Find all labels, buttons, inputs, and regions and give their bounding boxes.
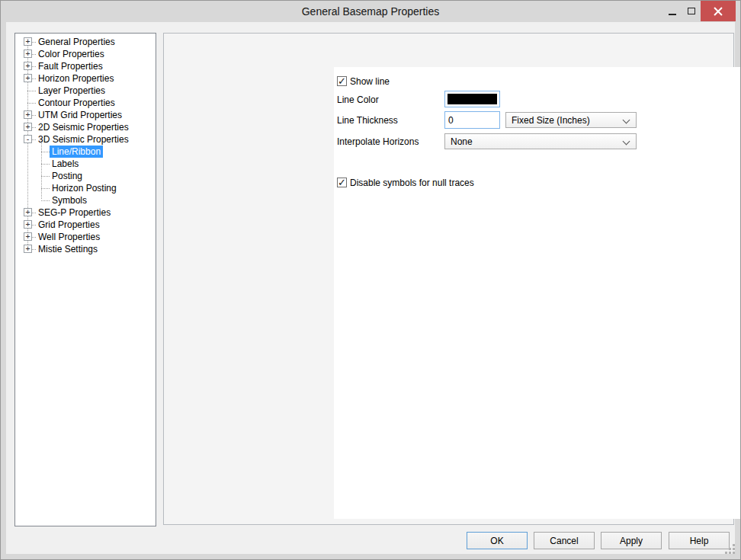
expand-icon[interactable]: + xyxy=(24,208,32,216)
tree-item-contour-properties[interactable]: Contour Properties xyxy=(15,97,156,109)
tree-connector-stub xyxy=(32,115,36,116)
maximize-button[interactable] xyxy=(682,1,701,21)
thickness-unit-dropdown[interactable]: Fixed Size (Inches) xyxy=(505,112,637,128)
tree-connector-stub xyxy=(41,188,50,189)
cancel-button[interactable]: Cancel xyxy=(534,532,595,549)
line-ribbon-settings-panel: Show line Line Color Line Thickness Fixe… xyxy=(334,67,741,519)
tree-connector-stub xyxy=(32,237,36,238)
tree-item-label[interactable]: SEG-P Properties xyxy=(36,206,113,219)
line-thickness-label: Line Thickness xyxy=(337,115,398,126)
settings-pane: Show line Line Color Line Thickness Fixe… xyxy=(163,33,734,525)
expand-icon[interactable]: + xyxy=(24,123,32,131)
tree-connector-stub xyxy=(32,213,36,213)
tree-connector-stub xyxy=(32,78,36,79)
tree-connector-stub xyxy=(41,200,50,201)
dialog-body: +General Properties+Color Properties+Fau… xyxy=(6,22,735,554)
tree-connector-stub xyxy=(32,139,36,140)
tree-item-label[interactable]: Symbols xyxy=(50,194,89,206)
interpolate-horizons-value: None xyxy=(451,136,473,147)
show-line-checkbox[interactable] xyxy=(337,76,347,86)
expand-icon[interactable]: + xyxy=(24,62,32,70)
line-color-swatch-button[interactable] xyxy=(444,91,500,107)
line-thickness-input[interactable] xyxy=(444,111,500,129)
thickness-unit-value: Fixed Size (Inches) xyxy=(512,115,590,126)
minimize-button[interactable] xyxy=(662,1,682,21)
tree-item-label[interactable]: Well Properties xyxy=(36,231,102,243)
resize-grip[interactable] xyxy=(733,544,735,546)
help-button[interactable]: Help xyxy=(669,532,730,549)
tree-item-general-properties[interactable]: +General Properties xyxy=(15,36,156,48)
disable-null-symbols-checkbox[interactable] xyxy=(337,178,347,187)
interpolate-horizons-dropdown[interactable]: None xyxy=(444,133,637,149)
tree-item-label[interactable]: General Properties xyxy=(36,36,117,48)
tree-connector-stub xyxy=(41,152,50,152)
tree-item-color-properties[interactable]: +Color Properties xyxy=(15,48,156,60)
tree-item-fault-properties[interactable]: +Fault Properties xyxy=(15,60,156,72)
tree-connector-stub xyxy=(32,54,36,55)
tree-connector-stub xyxy=(27,91,36,91)
tree-item-2d-seismic-properties[interactable]: +2D Seismic Properties xyxy=(15,121,156,133)
expand-icon[interactable]: + xyxy=(24,220,32,229)
tree-item-label[interactable]: Horizon Posting xyxy=(50,182,119,194)
tree-item-label[interactable]: Line/Ribbon xyxy=(50,146,103,158)
tree-item-3d-seismic-properties[interactable]: -3D Seismic Properties xyxy=(15,133,156,146)
tree-item-label[interactable]: Mistie Settings xyxy=(36,243,100,255)
close-button[interactable] xyxy=(701,1,736,21)
tree-item-posting[interactable]: Posting xyxy=(15,170,156,182)
line-color-label: Line Color xyxy=(337,94,379,105)
close-icon xyxy=(714,7,723,16)
tree-item-well-properties[interactable]: +Well Properties xyxy=(15,231,156,243)
tree-connector-stub xyxy=(32,249,36,250)
tree-item-label[interactable]: Contour Properties xyxy=(36,97,117,109)
show-line-label: Show line xyxy=(350,76,390,87)
tree-item-label[interactable]: 3D Seismic Properties xyxy=(36,133,131,146)
apply-button[interactable]: Apply xyxy=(601,532,662,549)
tree-item-label[interactable]: Posting xyxy=(50,170,85,182)
tree-item-label[interactable]: UTM Grid Properties xyxy=(36,109,124,121)
tree-item-label[interactable]: 2D Seismic Properties xyxy=(36,121,131,133)
expand-icon[interactable]: + xyxy=(24,245,32,253)
titlebar[interactable]: General Basemap Properties xyxy=(1,1,740,22)
interpolate-horizons-label: Interpolate Horizons xyxy=(337,136,419,147)
tree-connector-stub xyxy=(32,225,36,226)
tree-connector-stub xyxy=(27,103,36,104)
collapse-icon[interactable]: - xyxy=(24,135,32,143)
expand-icon[interactable]: + xyxy=(24,37,32,46)
chevron-down-icon xyxy=(623,138,630,146)
expand-icon[interactable]: + xyxy=(24,50,32,58)
properties-tree[interactable]: +General Properties+Color Properties+Fau… xyxy=(14,33,156,526)
tree-item-label[interactable]: Fault Properties xyxy=(36,60,105,72)
expand-icon[interactable]: + xyxy=(24,232,32,241)
tree-item-label[interactable]: Color Properties xyxy=(36,48,107,60)
expand-icon[interactable]: + xyxy=(24,110,32,119)
window-controls xyxy=(662,1,736,21)
tree-connector-stub xyxy=(41,176,50,177)
minimize-icon xyxy=(669,14,676,15)
disable-null-symbols-label: Disable symbols for null traces xyxy=(350,178,474,188)
maximize-icon xyxy=(688,8,695,14)
tree-item-line-ribbon[interactable]: Line/Ribbon xyxy=(15,146,156,158)
tree-item-mistie-settings[interactable]: +Mistie Settings xyxy=(15,243,156,255)
tree-item-label[interactable]: Layer Properties xyxy=(36,85,107,97)
tree-item-horizon-properties[interactable]: +Horizon Properties xyxy=(15,72,156,85)
tree-item-utm-grid-properties[interactable]: +UTM Grid Properties xyxy=(15,109,156,121)
tree-item-labels[interactable]: Labels xyxy=(15,158,156,170)
tree-item-label[interactable]: Grid Properties xyxy=(36,219,102,231)
tree-connector-stub xyxy=(32,42,36,43)
tree-item-label[interactable]: Labels xyxy=(50,158,81,170)
expand-icon[interactable]: + xyxy=(24,74,32,82)
tree-item-grid-properties[interactable]: +Grid Properties xyxy=(15,219,156,231)
tree-item-seg-p-properties[interactable]: +SEG-P Properties xyxy=(15,206,156,219)
window-title: General Basemap Properties xyxy=(1,1,740,22)
line-color-swatch xyxy=(447,94,497,104)
tree-connector-stub xyxy=(41,164,50,165)
chevron-down-icon xyxy=(623,117,630,124)
general-basemap-properties-window: General Basemap Properties +General Prop… xyxy=(0,0,741,560)
ok-button[interactable]: OK xyxy=(467,532,528,549)
tree-item-symbols[interactable]: Symbols xyxy=(15,194,156,206)
tree-connector-stub xyxy=(32,66,36,67)
tree-item-label[interactable]: Horizon Properties xyxy=(36,72,116,85)
tree-item-horizon-posting[interactable]: Horizon Posting xyxy=(15,182,156,194)
tree-item-layer-properties[interactable]: Layer Properties xyxy=(15,85,156,97)
tree-connector-stub xyxy=(32,127,36,128)
